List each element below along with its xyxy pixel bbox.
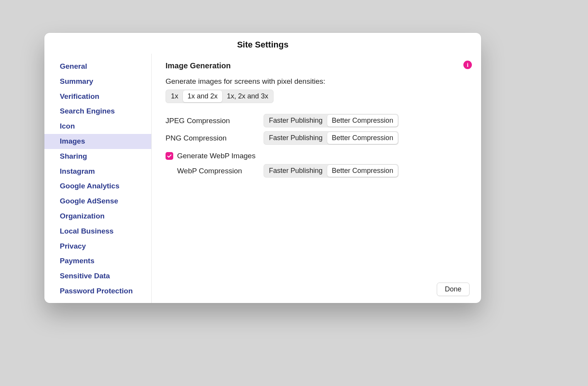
sidebar-item-local-business[interactable]: Local Business [44,224,151,239]
density-option-2[interactable]: 1x, 2x and 3x [222,90,273,102]
sidebar-item-organization[interactable]: Organization [44,209,151,224]
sidebar-item-privacy[interactable]: Privacy [44,239,151,254]
sidebar-item-payments[interactable]: Payments [44,254,151,269]
webp-option-0[interactable]: Faster Publishing [264,165,327,177]
sidebar-item-sensitive-data[interactable]: Sensitive Data [44,269,151,284]
checkmark-icon [167,153,172,159]
sidebar-item-google-adsense[interactable]: Google AdSense [44,194,151,209]
window-title: Site Settings [44,40,481,50]
settings-window: Site Settings GeneralSummaryVerification… [44,33,481,303]
sidebar-item-google-analytics[interactable]: Google Analytics [44,179,151,194]
density-option-1[interactable]: 1x and 2x [183,90,222,102]
jpeg-option-1[interactable]: Better Compression [327,115,398,127]
jpeg-option-0[interactable]: Faster Publishing [264,115,327,127]
sidebar-item-sharing[interactable]: Sharing [44,149,151,164]
sidebar-item-images[interactable]: Images [44,134,151,149]
sidebar-item-general[interactable]: General [44,59,151,74]
jpeg-row: JPEG Compression Faster PublishingBetter… [166,114,467,127]
window-body: GeneralSummaryVerificationSearch Engines… [44,54,481,303]
webp-checkbox[interactable] [166,152,173,160]
webp-segmented-control[interactable]: Faster PublishingBetter Compression [264,164,399,178]
webp-label: WebP Compression [166,167,264,175]
footer: Done [437,283,470,296]
sidebar-item-instagram[interactable]: Instagram [44,164,151,179]
info-icon[interactable]: i [463,61,472,69]
png-row: PNG Compression Faster PublishingBetter … [166,131,467,145]
sidebar-item-summary[interactable]: Summary [44,74,151,89]
sidebar-item-verification[interactable]: Verification [44,89,151,104]
section-title: Image Generation [166,61,467,70]
webp-row: WebP Compression Faster PublishingBetter… [166,164,467,178]
sidebar-item-password-protection[interactable]: Password Protection [44,284,151,299]
png-option-0[interactable]: Faster Publishing [264,132,327,144]
webp-checkbox-label: Generate WebP Images [177,152,255,160]
titlebar: Site Settings [44,33,481,54]
png-label: PNG Compression [166,134,264,142]
done-button[interactable]: Done [437,283,470,296]
png-segmented-control[interactable]: Faster PublishingBetter Compression [264,131,399,145]
sidebar-item-search-engines[interactable]: Search Engines [44,104,151,119]
density-label: Generate images for screens with pixel d… [166,77,467,86]
jpeg-segmented-control[interactable]: Faster PublishingBetter Compression [264,114,399,127]
jpeg-label: JPEG Compression [166,117,264,125]
sidebar: GeneralSummaryVerificationSearch Engines… [44,54,152,303]
webp-checkbox-row: Generate WebP Images [166,152,467,160]
density-option-0[interactable]: 1x [166,90,183,102]
sidebar-item-icon[interactable]: Icon [44,119,151,134]
density-segmented-control[interactable]: 1x1x and 2x1x, 2x and 3x [166,90,274,103]
webp-option-1[interactable]: Better Compression [327,165,398,177]
content-pane: i Image Generation Generate images for s… [152,54,481,303]
png-option-1[interactable]: Better Compression [327,132,398,144]
